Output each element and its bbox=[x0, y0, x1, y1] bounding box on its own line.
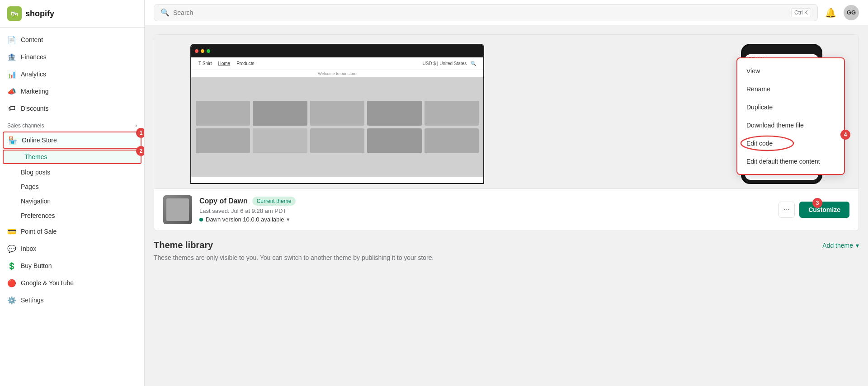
store-body bbox=[191, 77, 483, 177]
products-grid bbox=[191, 96, 483, 158]
sidebar-item-label: Point of Sale bbox=[21, 228, 57, 235]
sidebar-item-buy-button[interactable]: 💲 Buy Button bbox=[0, 257, 144, 274]
theme-name-row: Copy of Dawn Current theme bbox=[199, 197, 771, 206]
settings-icon: ⚙️ bbox=[7, 296, 16, 305]
more-options-button[interactable]: ··· bbox=[778, 202, 795, 218]
product-item bbox=[253, 101, 307, 126]
search-store-icon: 🔍 bbox=[471, 61, 476, 66]
sidebar: 🛍 shopify 📄 Content 🏦 Finances 📊 Analyti… bbox=[0, 0, 145, 386]
discounts-icon: 🏷 bbox=[7, 104, 16, 113]
add-theme-chevron-icon: ▾ bbox=[856, 242, 859, 249]
theme-name: Copy of Dawn bbox=[199, 197, 248, 205]
buy-button-icon: 💲 bbox=[7, 261, 16, 270]
dropdown-rename[interactable]: Rename bbox=[737, 80, 844, 98]
sidebar-item-label: Inbox bbox=[21, 245, 36, 252]
sidebar-item-google-youtube[interactable]: 🔴 Google & YouTube bbox=[0, 274, 144, 292]
badge-4: 4 bbox=[840, 130, 850, 140]
theme-card: T-Shirt Home Products USD $ | United Sta… bbox=[154, 34, 859, 231]
product-item bbox=[310, 128, 364, 153]
content-icon: 📄 bbox=[7, 35, 16, 44]
dropdown-menu: View Rename Duplicate Download theme fil… bbox=[736, 57, 845, 175]
theme-info-bar: Copy of Dawn Current theme Last saved: J… bbox=[154, 188, 859, 231]
sidebar-item-online-store[interactable]: 🏪 Online Store bbox=[3, 132, 142, 149]
analytics-icon: 📊 bbox=[7, 70, 16, 79]
product-item bbox=[367, 101, 421, 126]
minimize-dot bbox=[201, 49, 204, 53]
sidebar-item-label: Google & YouTube bbox=[21, 279, 74, 287]
theme-library-title: Theme library bbox=[154, 240, 213, 250]
page-body: T-Shirt Home Products USD $ | United Sta… bbox=[145, 25, 868, 386]
product-item bbox=[253, 128, 307, 153]
current-theme-badge: Current theme bbox=[252, 197, 296, 206]
more-icon: ··· bbox=[784, 206, 790, 214]
sidebar-item-marketing[interactable]: 📣 Marketing bbox=[0, 83, 144, 100]
search-input[interactable] bbox=[173, 9, 788, 16]
blog-posts-label: Blog posts bbox=[21, 169, 50, 176]
sidebar-item-pos[interactable]: 💳 Point of Sale bbox=[0, 223, 144, 240]
product-item bbox=[425, 128, 479, 153]
pages-label: Pages bbox=[21, 183, 39, 190]
sidebar-item-pages[interactable]: Pages bbox=[0, 179, 144, 194]
app-name: shopify bbox=[25, 9, 54, 19]
sidebar-item-label: Online Store bbox=[22, 137, 57, 144]
version-dot bbox=[199, 218, 203, 221]
nav-products[interactable]: Products bbox=[236, 61, 254, 66]
product-item bbox=[425, 101, 479, 126]
sidebar-item-discounts[interactable]: 🏷 Discounts bbox=[0, 100, 144, 117]
browser-mockup: T-Shirt Home Products USD $ | United Sta… bbox=[190, 44, 484, 184]
search-shortcut: Ctrl K bbox=[791, 8, 811, 17]
topbar: 🔍 Ctrl K 🔔 GG bbox=[145, 0, 868, 25]
sidebar-item-label: Settings bbox=[21, 297, 44, 304]
sidebar-item-blog-posts[interactable]: Blog posts bbox=[0, 165, 144, 179]
sidebar-logo: 🛍 shopify bbox=[0, 0, 144, 28]
theme-library-header: Theme library Add theme ▾ bbox=[154, 240, 859, 250]
inbox-icon: 💬 bbox=[7, 244, 16, 253]
dropdown-view[interactable]: View bbox=[737, 62, 844, 80]
svg-text:🛍: 🛍 bbox=[11, 10, 18, 18]
store-currency: USD $ | United States 🔍 bbox=[423, 61, 476, 66]
sidebar-item-label: Marketing bbox=[21, 88, 48, 95]
store-nav: T-Shirt Home Products bbox=[198, 61, 255, 66]
dropdown-duplicate[interactable]: Duplicate bbox=[737, 98, 844, 116]
store-header: T-Shirt Home Products USD $ | United Sta… bbox=[191, 57, 483, 70]
preferences-label: Preferences bbox=[21, 212, 55, 219]
theme-version: Dawn version 10.0.0 available ▾ bbox=[199, 216, 771, 223]
browser-bar bbox=[191, 45, 483, 57]
user-avatar[interactable]: GG bbox=[844, 5, 859, 20]
search-box[interactable]: 🔍 Ctrl K bbox=[154, 4, 818, 21]
product-item bbox=[196, 128, 250, 153]
sidebar-item-preferences[interactable]: Preferences bbox=[0, 208, 144, 223]
badge-2: 2 bbox=[136, 146, 145, 156]
expand-icon[interactable]: › bbox=[135, 122, 137, 129]
product-item bbox=[310, 101, 364, 126]
product-item bbox=[367, 128, 421, 153]
theme-details: Copy of Dawn Current theme Last saved: J… bbox=[199, 197, 771, 223]
sidebar-item-label: Analytics bbox=[21, 71, 46, 78]
dropdown-download[interactable]: Download theme file bbox=[737, 116, 844, 134]
sales-channels-section: Sales channels › bbox=[0, 117, 144, 131]
browser-content: T-Shirt Home Products USD $ | United Sta… bbox=[191, 57, 483, 183]
sidebar-item-finances[interactable]: 🏦 Finances bbox=[0, 48, 144, 66]
dropdown-edit-default[interactable]: Edit default theme content bbox=[737, 152, 844, 170]
notifications-bell-icon[interactable]: 🔔 bbox=[825, 7, 836, 18]
dropdown-edit-code[interactable]: Edit code 4 bbox=[737, 134, 844, 152]
add-theme-button[interactable]: Add theme ▾ bbox=[822, 242, 859, 249]
sidebar-item-label: Buy Button bbox=[21, 262, 52, 269]
topbar-actions: 🔔 GG bbox=[825, 5, 859, 20]
theme-thumbnail bbox=[163, 195, 192, 224]
sidebar-item-content[interactable]: 📄 Content bbox=[0, 31, 144, 48]
sidebar-item-inbox[interactable]: 💬 Inbox bbox=[0, 240, 144, 257]
theme-saved: Last saved: Jul 6 at 9:28 am PDT bbox=[199, 207, 771, 214]
sidebar-item-themes[interactable]: Themes bbox=[3, 150, 142, 164]
sidebar-item-navigation[interactable]: Navigation bbox=[0, 194, 144, 208]
sidebar-item-settings[interactable]: ⚙️ Settings bbox=[0, 292, 144, 309]
maximize-dot bbox=[207, 49, 210, 53]
close-dot bbox=[195, 49, 198, 53]
nav-home[interactable]: Home bbox=[218, 61, 230, 66]
welcome-text: Welcome to our store bbox=[191, 70, 483, 77]
sidebar-item-analytics[interactable]: 📊 Analytics bbox=[0, 66, 144, 83]
customize-button[interactable]: Customize bbox=[799, 202, 849, 218]
main-content: 🔍 Ctrl K 🔔 GG bbox=[145, 0, 868, 386]
store-name: T-Shirt bbox=[198, 61, 212, 66]
search-icon: 🔍 bbox=[160, 8, 170, 17]
